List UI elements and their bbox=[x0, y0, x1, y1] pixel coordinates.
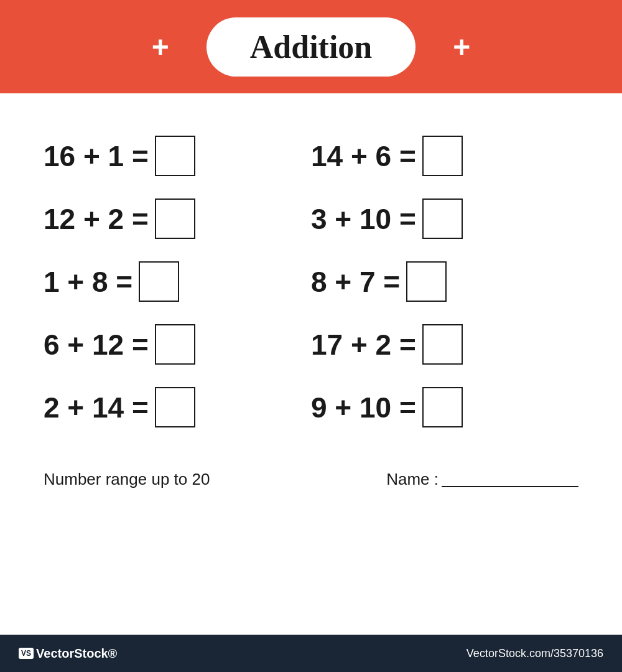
right-column: 14 + 6 = 3 + 10 = 8 + 7 = 17 + 2 = 9 + 1… bbox=[311, 124, 578, 439]
equation-text: 3 + 10 = bbox=[311, 202, 416, 236]
equation-text: 2 + 14 = bbox=[44, 391, 149, 424]
vectorstock-logo: VS VectorStock® bbox=[19, 646, 117, 661]
answer-box[interactable] bbox=[422, 136, 463, 176]
answer-box[interactable] bbox=[139, 261, 179, 302]
answer-box[interactable] bbox=[422, 198, 463, 239]
equation-text: 6 + 12 = bbox=[44, 328, 149, 362]
equation-row: 9 + 10 = bbox=[311, 376, 578, 439]
vs-icon: VS bbox=[19, 648, 34, 659]
equation-text: 1 + 8 = bbox=[44, 265, 132, 299]
name-field: Name : bbox=[386, 470, 578, 489]
equation-row: 6 + 12 = bbox=[44, 313, 311, 376]
title-box: Addition bbox=[207, 17, 416, 77]
number-range-label: Number range up to 20 bbox=[44, 470, 210, 489]
left-column: 16 + 1 = 12 + 2 = 1 + 8 = 6 + 12 = 2 + 1… bbox=[44, 124, 311, 439]
main-content: 16 + 1 = 12 + 2 = 1 + 8 = 6 + 12 = 2 + 1… bbox=[0, 93, 622, 451]
answer-box[interactable] bbox=[155, 387, 195, 427]
equation-row: 1 + 8 = bbox=[44, 250, 311, 313]
footer-info: Number range up to 20 Name : bbox=[0, 451, 622, 502]
name-label: Name : bbox=[386, 470, 439, 489]
equations-grid: 16 + 1 = 12 + 2 = 1 + 8 = 6 + 12 = 2 + 1… bbox=[44, 124, 578, 439]
equation-row: 17 + 2 = bbox=[311, 313, 578, 376]
equation-text: 17 + 2 = bbox=[311, 328, 416, 362]
plus-icon-right: + bbox=[453, 30, 470, 64]
answer-box[interactable] bbox=[155, 324, 195, 365]
equation-text: 12 + 2 = bbox=[44, 202, 149, 236]
answer-box[interactable] bbox=[155, 136, 195, 176]
equation-text: 8 + 7 = bbox=[311, 265, 400, 299]
answer-box[interactable] bbox=[155, 198, 195, 239]
equation-row: 12 + 2 = bbox=[44, 187, 311, 250]
page-title: Addition bbox=[250, 29, 373, 65]
answer-box[interactable] bbox=[406, 261, 447, 302]
answer-box[interactable] bbox=[422, 324, 463, 365]
equation-text: 9 + 10 = bbox=[311, 391, 416, 424]
answer-box[interactable] bbox=[422, 387, 463, 427]
name-underline[interactable] bbox=[442, 486, 578, 487]
equation-row: 14 + 6 = bbox=[311, 124, 578, 187]
watermark-bar: VS VectorStock® VectorStock.com/35370136 bbox=[0, 635, 622, 672]
brand-name: VectorStock® bbox=[36, 646, 117, 661]
equation-row: 2 + 14 = bbox=[44, 376, 311, 439]
equation-text: 16 + 1 = bbox=[44, 139, 149, 173]
plus-icon-left: + bbox=[152, 30, 169, 64]
watermark-url: VectorStock.com/35370136 bbox=[466, 647, 603, 660]
page-header: + Addition + bbox=[0, 0, 622, 93]
equation-text: 14 + 6 = bbox=[311, 139, 416, 173]
equation-row: 3 + 10 = bbox=[311, 187, 578, 250]
equation-row: 8 + 7 = bbox=[311, 250, 578, 313]
equation-row: 16 + 1 = bbox=[44, 124, 311, 187]
